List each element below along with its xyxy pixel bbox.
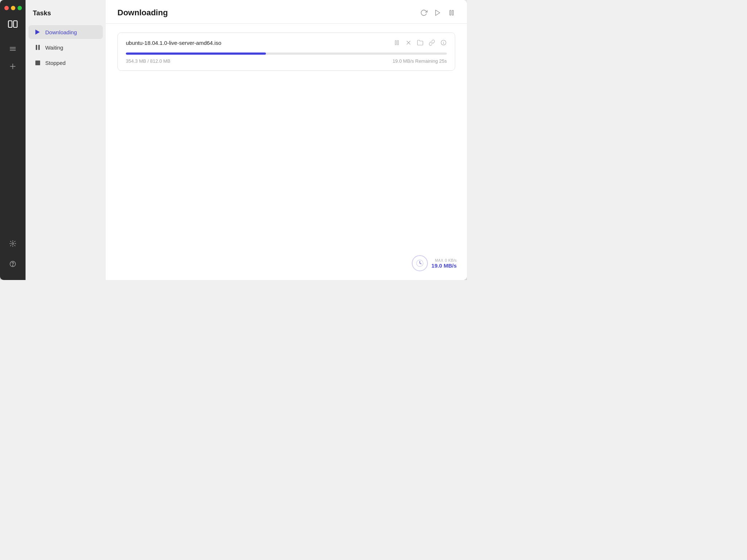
pause-all-button[interactable] [448, 9, 455, 16]
svg-rect-1 [13, 21, 17, 27]
header-actions [420, 9, 455, 16]
svg-line-11 [15, 245, 15, 246]
stopped-icon [34, 59, 41, 66]
download-progress-text: 354.3 MB / 812.0 MB [126, 58, 170, 64]
download-speed-remaining: 19.0 MB/s Remaining 25s [392, 58, 447, 64]
close-button[interactable] [4, 6, 9, 10]
minimize-button[interactable] [11, 6, 15, 10]
nav-stopped[interactable]: Stopped [28, 56, 103, 70]
maximize-button[interactable] [18, 6, 22, 10]
item-folder-button[interactable] [417, 39, 423, 46]
menu-button[interactable] [5, 42, 20, 56]
speed-circle-icon [412, 255, 428, 271]
page-title: Downloading [117, 8, 168, 18]
nav-waiting[interactable]: Waiting [28, 40, 103, 54]
item-pause-button[interactable] [394, 39, 400, 46]
nav-downloading[interactable]: Downloading [28, 25, 103, 39]
progress-track [126, 52, 447, 55]
traffic-lights [0, 6, 22, 10]
nav-downloading-label: Downloading [45, 29, 77, 35]
add-download-button[interactable] [5, 59, 20, 74]
svg-line-14 [11, 245, 11, 246]
refresh-button[interactable] [420, 9, 427, 16]
speed-current-value: 19.0 MB/s [431, 262, 457, 269]
speed-max-label: MAX [435, 258, 443, 262]
item-remove-button[interactable] [405, 39, 412, 46]
nav-waiting-label: Waiting [45, 44, 63, 51]
main-header: Downloading [106, 0, 467, 24]
download-card: ubuntu-18.04.1.0-live-server-amd64.iso [117, 32, 455, 71]
svg-rect-20 [452, 10, 453, 15]
item-link-button[interactable] [429, 39, 435, 46]
waiting-icon [34, 44, 41, 51]
tasks-title: Tasks [26, 6, 106, 24]
play-all-button[interactable] [434, 9, 441, 16]
svg-line-10 [11, 241, 11, 242]
download-filename: ubuntu-18.04.1.0-live-server-amd64.iso [126, 40, 221, 46]
settings-button[interactable] [5, 236, 20, 251]
downloading-icon [34, 29, 41, 35]
item-info-button[interactable] [440, 39, 447, 46]
svg-point-17 [13, 265, 13, 266]
download-card-header: ubuntu-18.04.1.0-live-server-amd64.iso [126, 39, 447, 46]
progress-fill [126, 52, 266, 55]
help-button[interactable] [5, 257, 20, 271]
speed-widget: MAX 0 KB/s 19.0 MB/s [412, 255, 457, 271]
download-stats: 354.3 MB / 812.0 MB 19.0 MB/s Remaining … [126, 58, 447, 64]
svg-marker-18 [436, 10, 440, 16]
speed-max-value: 0 KB/s [445, 258, 457, 262]
download-list: ubuntu-18.04.1.0-live-server-amd64.iso [106, 24, 467, 280]
nav-stopped-label: Stopped [45, 60, 66, 66]
download-card-actions [394, 39, 447, 46]
speed-info: MAX 0 KB/s 19.0 MB/s [431, 258, 457, 269]
svg-rect-0 [8, 21, 12, 27]
svg-rect-19 [450, 10, 451, 15]
icon-sidebar [0, 0, 26, 280]
tasks-sidebar: Tasks Downloading Waiting Stopped [26, 0, 106, 280]
svg-rect-22 [398, 40, 399, 45]
main-content: Downloading ubuntu-18.04.1.0-live- [106, 0, 467, 280]
svg-rect-21 [395, 40, 396, 45]
svg-line-15 [15, 241, 15, 242]
app-logo [8, 19, 18, 31]
svg-point-7 [12, 243, 14, 245]
app-window: Tasks Downloading Waiting Stopped [0, 0, 467, 280]
